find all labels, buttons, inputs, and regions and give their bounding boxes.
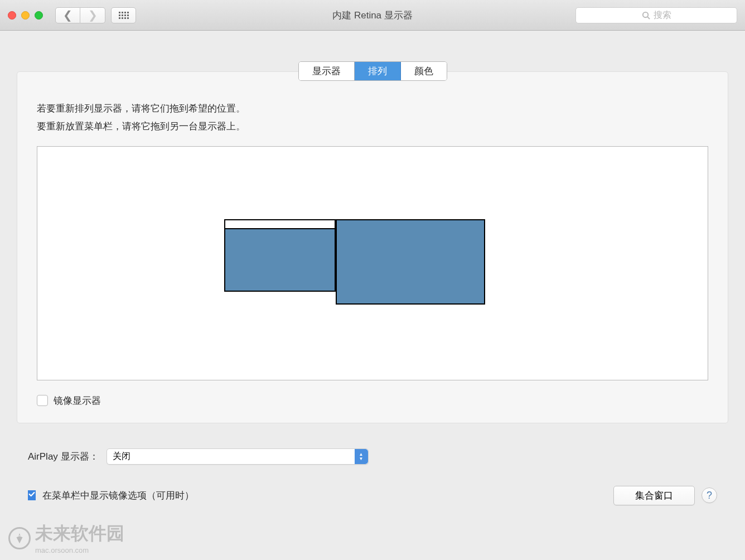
monitor-primary[interactable] <box>224 219 336 292</box>
mirror-label: 镜像显示器 <box>54 394 101 407</box>
watermark-icon <box>8 527 31 549</box>
content-area: 显示器 排列 颜色 若要重新排列显示器，请将它们拖到希望的位置。 要重新放置菜单… <box>0 61 745 505</box>
window-title: 内建 Retina 显示器 <box>332 9 413 22</box>
mirror-checkbox[interactable] <box>37 395 48 406</box>
check-icon <box>28 490 36 498</box>
tabs-row: 显示器 排列 颜色 <box>17 61 728 81</box>
watermark: 未来软件园 mac.orsoon.com <box>8 522 124 554</box>
select-arrows-icon: ▲▼ <box>355 449 368 464</box>
tab-color[interactable]: 颜色 <box>401 62 447 80</box>
tab-arrangement[interactable]: 排列 <box>355 62 401 80</box>
bottom-section: AirPlay 显示器： 关闭 ▲▼ 在菜单栏中显示镜像选项（可用时） 集合窗口… <box>17 448 728 505</box>
svg-point-0 <box>642 12 647 17</box>
gather-windows-button[interactable]: 集合窗口 <box>613 486 695 505</box>
traffic-lights <box>8 11 43 20</box>
show-all-button[interactable] <box>111 7 136 23</box>
close-button[interactable] <box>8 11 16 20</box>
tabs: 显示器 排列 颜色 <box>298 61 447 81</box>
arrangement-box <box>37 146 708 380</box>
search-placeholder: 搜索 <box>654 9 671 21</box>
airplay-select[interactable]: 关闭 ▲▼ <box>107 448 369 465</box>
tab-display[interactable]: 显示器 <box>299 62 355 80</box>
back-button[interactable]: ❮ <box>55 7 80 23</box>
maximize-button[interactable] <box>35 11 43 20</box>
arrangement-panel: 若要重新排列显示器，请将它们拖到希望的位置。 要重新放置菜单栏，请将它拖到另一台… <box>17 71 728 423</box>
mirror-checkbox-row: 镜像显示器 <box>37 394 708 407</box>
grid-icon <box>119 12 129 19</box>
help-button[interactable]: ? <box>702 487 717 503</box>
chevron-right-icon: ❯ <box>88 8 98 22</box>
watermark-text: 未来软件园 <box>35 523 124 543</box>
svg-line-1 <box>647 17 650 19</box>
chevron-left-icon: ❮ <box>63 8 72 22</box>
airplay-label: AirPlay 显示器： <box>28 450 99 463</box>
show-mirror-menubar-label: 在菜单栏中显示镜像选项（可用时） <box>42 489 194 502</box>
nav-buttons: ❮ ❯ <box>55 7 105 23</box>
instruction-line-1: 若要重新排列显示器，请将它们拖到希望的位置。 <box>37 100 708 118</box>
airplay-selected-value: 关闭 <box>113 451 130 462</box>
window-titlebar: ❮ ❯ 内建 Retina 显示器 搜索 <box>0 0 745 31</box>
forward-button[interactable]: ❯ <box>80 7 105 23</box>
search-icon <box>642 11 650 20</box>
show-mirror-menubar-checkbox[interactable] <box>28 490 36 500</box>
airplay-row: AirPlay 显示器： 关闭 ▲▼ <box>17 448 728 465</box>
footer-row: 在菜单栏中显示镜像选项（可用时） 集合窗口 ? <box>17 486 728 505</box>
minimize-button[interactable] <box>21 11 30 20</box>
instructions-text: 若要重新排列显示器，请将它们拖到希望的位置。 要重新放置菜单栏，请将它拖到另一台… <box>37 100 708 136</box>
search-input[interactable]: 搜索 <box>575 7 737 23</box>
instruction-line-2: 要重新放置菜单栏，请将它拖到另一台显示器上。 <box>37 118 708 136</box>
watermark-url: mac.orsoon.com <box>35 546 124 554</box>
monitor-secondary[interactable] <box>336 219 485 305</box>
